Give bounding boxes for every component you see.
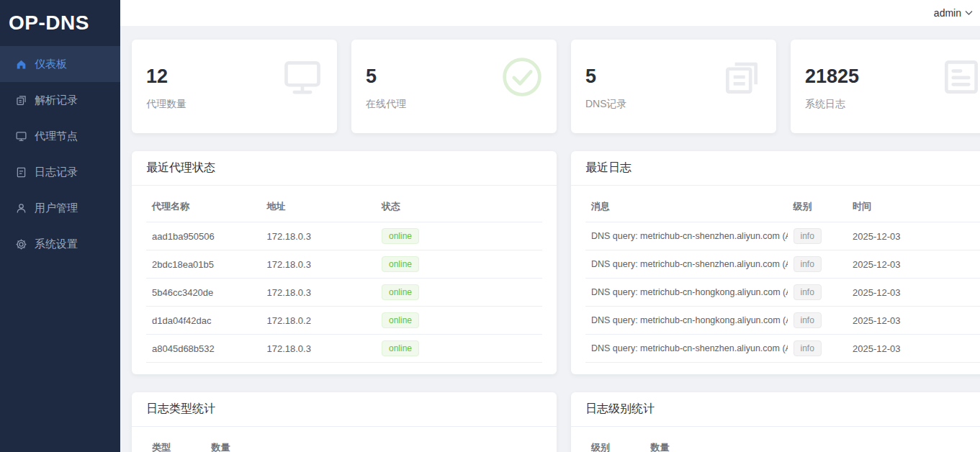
sidebar-item-dns-records[interactable]: 解析记录 (0, 82, 120, 118)
column-header: 级别 (788, 191, 848, 222)
main-area: admin 12 代理数量 5 在线代理 (120, 0, 980, 452)
log-time-cell: 2025-12-03 (847, 250, 980, 279)
log-row: DNS query: metrichub-cn-shenzhen.aliyun.… (585, 250, 980, 279)
column-header: 级别 (585, 433, 645, 452)
agent-status-cell: online (376, 279, 542, 307)
recent-logs-table: 消息 级别 时间 DNS query: metrichub-cn-shenzhe… (571, 186, 980, 374)
agent-address-cell: 172.18.0.3 (261, 222, 377, 250)
agent-row: aad1ba950506 172.18.0.3 online (146, 222, 542, 250)
panel-row-recent: 最近代理状态 代理名称 地址 状态 (132, 151, 980, 374)
status-badge: online (382, 284, 419, 300)
status-badge: online (382, 256, 419, 272)
agent-status-cell: online (376, 250, 542, 279)
agent-row: a8045d68b532 172.18.0.3 online (146, 335, 542, 363)
column-header: 时间 (847, 191, 980, 222)
user-menu[interactable]: admin (934, 7, 973, 19)
column-header: 消息 (585, 191, 788, 222)
agent-address-cell: 172.18.0.3 (261, 335, 377, 363)
log-level-cell: info (788, 279, 848, 307)
sidebar-item-dashboard[interactable]: 仪表板 (0, 46, 120, 82)
log-row: DNS query: metrichub-cn-hongkong.aliyun.… (585, 307, 980, 335)
log-level-cell: info (788, 335, 848, 363)
sidebar-item-label: 日志记录 (35, 166, 78, 179)
app-logo: OP-DNS (0, 0, 120, 46)
sidebar-item-label: 用户管理 (35, 202, 78, 215)
column-header: 状态 (376, 191, 542, 222)
app-root: OP-DNS 仪表板 解析记录 代理节点 (0, 0, 980, 452)
sidebar-item-agent-nodes[interactable]: 代理节点 (0, 118, 120, 154)
panel-title: 最近日志 (571, 151, 980, 186)
sidebar-item-settings[interactable]: 系统设置 (0, 226, 120, 262)
column-header: 数量 (206, 433, 543, 452)
level-badge: info (794, 340, 822, 356)
log-level-stats-panel: 日志级别统计 级别 数量 info (571, 392, 980, 452)
table-header-row: 消息 级别 时间 (585, 191, 980, 222)
check-circle-icon (500, 55, 544, 101)
log-row: DNS query: metrichub-cn-hongkong.aliyun.… (585, 279, 980, 307)
log-level-cell: info (788, 222, 848, 250)
agent-row: d1da04f42dac 172.18.0.2 online (146, 307, 542, 335)
agent-row: 5b46cc3420de 172.18.0.3 online (146, 279, 542, 307)
log-type-stats-table: 类型 数量 query 21825 (132, 427, 557, 452)
column-header: 数量 (645, 433, 980, 452)
log-time-cell: 2025-12-03 (847, 222, 980, 250)
agent-name-cell: 5b46cc3420de (146, 279, 261, 307)
sidebar-item-label: 代理节点 (35, 130, 78, 143)
agent-name-cell: a8045d68b532 (146, 335, 261, 363)
agent-name-cell: 2bdc18ea01b5 (146, 250, 261, 279)
document-list-icon (940, 55, 980, 101)
topbar: admin (120, 0, 980, 26)
level-badge: info (794, 284, 822, 300)
log-row: DNS query: metrichub-cn-shenzhen.aliyun.… (585, 222, 980, 250)
agent-address-cell: 172.18.0.2 (261, 307, 377, 335)
log-row: DNS query: metrichub-cn-shenzhen.aliyun.… (585, 335, 980, 363)
copy-document-icon (720, 55, 763, 101)
log-level-stats-table: 级别 数量 info 21825 (571, 427, 980, 452)
sidebar-item-users[interactable]: 用户管理 (0, 190, 120, 226)
stat-card-dns-records: 5 DNS记录 (571, 40, 776, 133)
recent-agents-panel: 最近代理状态 代理名称 地址 状态 (132, 151, 557, 374)
log-message-cell: DNS query: metrichub-cn-shenzhen.aliyun.… (585, 335, 788, 363)
home-icon (14, 58, 27, 71)
agent-status-cell: online (376, 307, 542, 335)
panel-row-stats: 日志类型统计 类型 数量 query (132, 392, 980, 452)
dashboard-content: 12 代理数量 5 在线代理 5 DNS记录 (120, 26, 980, 452)
agent-row: 2bdc18ea01b5 172.18.0.3 online (146, 250, 542, 279)
table-header-row: 类型 数量 (146, 433, 542, 452)
log-level-cell: info (788, 307, 848, 335)
sidebar: OP-DNS 仪表板 解析记录 代理节点 (0, 0, 120, 452)
recent-logs-panel: 最近日志 消息 级别 时间 DNS (571, 151, 980, 374)
sidebar-item-label: 解析记录 (35, 94, 78, 107)
status-badge: online (382, 312, 419, 328)
table-header-row: 代理名称 地址 状态 (146, 191, 542, 222)
stat-card-agent-count: 12 代理数量 (132, 40, 337, 133)
log-message-cell: DNS query: metrichub-cn-shenzhen.aliyun.… (585, 222, 788, 250)
stat-card-system-logs: 21825 系统日志 (791, 40, 980, 133)
agent-name-cell: aad1ba950506 (146, 222, 261, 250)
document-icon (14, 166, 27, 178)
log-type-stats-panel: 日志类型统计 类型 数量 query (132, 392, 557, 452)
log-message-cell: DNS query: metrichub-cn-shenzhen.aliyun.… (585, 250, 788, 279)
log-time-cell: 2025-12-03 (847, 307, 980, 335)
agent-address-cell: 172.18.0.3 (261, 250, 377, 279)
panel-title: 日志类型统计 (132, 392, 557, 427)
table-header-row: 级别 数量 (585, 433, 980, 452)
panel-title: 日志级别统计 (571, 392, 980, 427)
user-name: admin (934, 7, 961, 19)
monitor-icon (281, 55, 324, 101)
agent-address-cell: 172.18.0.3 (261, 279, 377, 307)
sidebar-item-label: 仪表板 (35, 58, 67, 71)
agent-status-cell: online (376, 222, 542, 250)
user-icon (14, 202, 27, 214)
monitor-icon (14, 130, 27, 143)
panel-title: 最近代理状态 (132, 151, 557, 186)
sidebar-item-logs[interactable]: 日志记录 (0, 154, 120, 190)
status-badge: online (382, 228, 419, 244)
copy-document-icon (14, 94, 27, 107)
log-message-cell: DNS query: metrichub-cn-hongkong.aliyun.… (585, 307, 788, 335)
agent-name-cell: d1da04f42dac (146, 307, 261, 335)
agent-status-cell: online (376, 335, 542, 363)
chevron-down-icon (965, 10, 973, 16)
log-time-cell: 2025-12-03 (847, 279, 980, 307)
level-badge: info (794, 228, 822, 244)
